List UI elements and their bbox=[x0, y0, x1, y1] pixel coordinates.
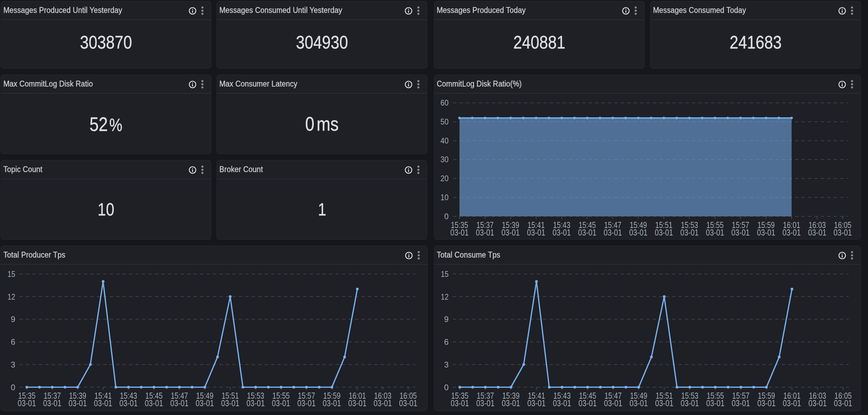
svg-text:12: 12 bbox=[7, 292, 15, 301]
svg-text:0: 0 bbox=[11, 383, 15, 392]
svg-text:03-01: 03-01 bbox=[247, 398, 265, 408]
svg-text:03-01: 03-01 bbox=[834, 398, 852, 408]
svg-text:03-01: 03-01 bbox=[681, 398, 699, 408]
svg-text:0: 0 bbox=[444, 212, 449, 221]
svg-text:03-01: 03-01 bbox=[119, 398, 138, 408]
svg-text:03-01: 03-01 bbox=[348, 398, 366, 408]
svg-text:3: 3 bbox=[444, 360, 449, 369]
svg-text:03-01: 03-01 bbox=[757, 228, 775, 237]
svg-text:03-01: 03-01 bbox=[630, 398, 648, 408]
svg-text:30: 30 bbox=[440, 155, 449, 164]
svg-text:03-01: 03-01 bbox=[680, 228, 699, 237]
svg-text:03-01: 03-01 bbox=[655, 228, 673, 237]
svg-text:03-01: 03-01 bbox=[399, 398, 417, 408]
svg-text:03-01: 03-01 bbox=[94, 398, 112, 408]
svg-text:15: 15 bbox=[441, 269, 449, 279]
svg-text:10: 10 bbox=[440, 193, 449, 202]
svg-text:03-01: 03-01 bbox=[783, 398, 801, 408]
svg-text:03-01: 03-01 bbox=[808, 228, 826, 237]
svg-text:03-01: 03-01 bbox=[834, 228, 852, 237]
svg-text:03-01: 03-01 bbox=[196, 398, 214, 408]
svg-text:03-01: 03-01 bbox=[221, 398, 239, 408]
svg-text:03-01: 03-01 bbox=[604, 398, 622, 408]
svg-text:15: 15 bbox=[7, 269, 15, 279]
svg-text:9: 9 bbox=[11, 315, 15, 324]
svg-text:03-01: 03-01 bbox=[170, 398, 188, 408]
svg-text:9: 9 bbox=[444, 315, 449, 324]
svg-text:03-01: 03-01 bbox=[527, 398, 546, 408]
svg-text:03-01: 03-01 bbox=[706, 228, 724, 237]
svg-text:03-01: 03-01 bbox=[450, 228, 469, 237]
svg-text:03-01: 03-01 bbox=[655, 398, 673, 408]
svg-text:03-01: 03-01 bbox=[502, 228, 520, 237]
svg-text:03-01: 03-01 bbox=[578, 398, 597, 408]
svg-text:03-01: 03-01 bbox=[706, 398, 724, 408]
svg-text:03-01: 03-01 bbox=[323, 398, 341, 408]
svg-text:03-01: 03-01 bbox=[578, 228, 596, 237]
svg-text:03-01: 03-01 bbox=[757, 398, 776, 408]
svg-text:12: 12 bbox=[441, 292, 449, 301]
svg-text:03-01: 03-01 bbox=[272, 398, 290, 408]
svg-text:50: 50 bbox=[440, 117, 449, 126]
svg-text:03-01: 03-01 bbox=[476, 228, 494, 237]
svg-text:60: 60 bbox=[440, 98, 449, 107]
svg-text:03-01: 03-01 bbox=[297, 398, 316, 408]
svg-text:03-01: 03-01 bbox=[731, 228, 750, 237]
svg-text:6: 6 bbox=[444, 337, 449, 346]
svg-text:03-01: 03-01 bbox=[145, 398, 163, 408]
svg-text:03-01: 03-01 bbox=[553, 398, 571, 408]
svg-text:03-01: 03-01 bbox=[553, 228, 571, 237]
svg-text:40: 40 bbox=[440, 136, 449, 145]
svg-text:03-01: 03-01 bbox=[527, 228, 545, 237]
svg-text:03-01: 03-01 bbox=[502, 398, 520, 408]
svg-text:03-01: 03-01 bbox=[69, 398, 87, 408]
svg-text:0: 0 bbox=[444, 383, 449, 392]
svg-text:03-01: 03-01 bbox=[476, 398, 494, 408]
svg-text:20: 20 bbox=[440, 174, 449, 183]
svg-text:3: 3 bbox=[11, 360, 15, 369]
svg-text:03-01: 03-01 bbox=[732, 398, 750, 408]
svg-text:03-01: 03-01 bbox=[18, 398, 36, 408]
svg-text:03-01: 03-01 bbox=[43, 398, 61, 408]
svg-text:03-01: 03-01 bbox=[374, 398, 392, 408]
svg-text:03-01: 03-01 bbox=[808, 398, 827, 408]
svg-text:03-01: 03-01 bbox=[782, 228, 801, 237]
svg-text:6: 6 bbox=[11, 337, 15, 346]
svg-text:03-01: 03-01 bbox=[451, 398, 469, 408]
svg-text:03-01: 03-01 bbox=[603, 228, 622, 237]
svg-text:03-01: 03-01 bbox=[629, 228, 648, 237]
